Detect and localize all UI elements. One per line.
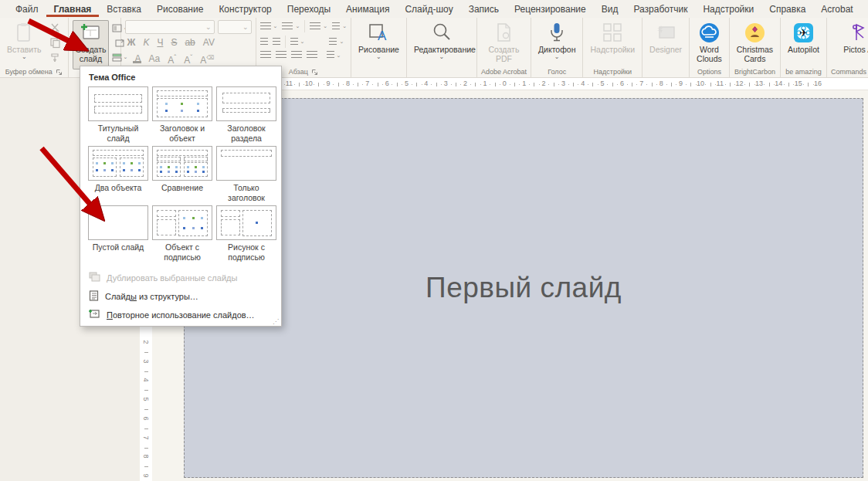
- ruler-tick: [475, 83, 476, 86]
- paragraph-group-label: Абзац: [289, 68, 308, 76]
- outline-slides-icon: [89, 290, 99, 303]
- paste-button[interactable]: Вставить ⌄: [4, 20, 45, 60]
- autopilot-button[interactable]: ✈Autopilot: [785, 20, 822, 56]
- layout-title-content[interactable]: Заголовок и объект: [151, 86, 213, 143]
- menu-tab-4[interactable]: Конструктор: [211, 1, 279, 17]
- strikethrough-button[interactable]: S: [168, 36, 179, 49]
- layout-title-only[interactable]: Только заголовок: [215, 146, 277, 202]
- justify-icon[interactable]: [307, 51, 317, 59]
- menu-tab-10[interactable]: Вид: [594, 1, 626, 17]
- line-spacing-icon[interactable]: [310, 22, 320, 31]
- layout-title[interactable]: Титульный слайд: [87, 86, 149, 143]
- accelerator: П: [107, 310, 113, 320]
- надстройки-button[interactable]: Надстройки: [587, 20, 638, 56]
- ruler-tick: [514, 83, 515, 86]
- menu-tab-6[interactable]: Анимация: [338, 1, 397, 17]
- increase-font-button[interactable]: А: [165, 51, 178, 66]
- increase-indent-icon[interactable]: [273, 38, 280, 46]
- menu-tab-3[interactable]: Рисование: [149, 1, 211, 17]
- pictos-ai-button[interactable]: Pictos AI: [840, 20, 868, 56]
- ruler-number: 1: [522, 80, 526, 87]
- layout-caption: Два объекта: [95, 183, 141, 193]
- layout-blank[interactable]: Пустой слайд: [87, 205, 149, 262]
- copy-button[interactable]: [47, 36, 64, 49]
- ruler-number: 3: [444, 80, 448, 87]
- clipboard-dialog-launcher-icon[interactable]: [56, 69, 63, 76]
- text-direction-icon[interactable]: [332, 22, 340, 31]
- ruler-dot: [686, 84, 687, 85]
- cut-button[interactable]: [47, 22, 64, 34]
- ruler-number: 14: [775, 80, 782, 87]
- menu-tab-2[interactable]: Вставка: [99, 1, 149, 17]
- menu-tab-5[interactable]: Переходы: [280, 1, 338, 17]
- smartart-convert-icon[interactable]: [327, 51, 334, 59]
- ruler-number: 5: [405, 80, 409, 87]
- font-name-select[interactable]: ⌄: [125, 20, 215, 34]
- align-right-icon[interactable]: [291, 51, 302, 59]
- bold-button[interactable]: Ж: [125, 36, 138, 49]
- ribbon-group-autopilot: ✈Autopilotbe amazing: [781, 18, 827, 77]
- clear-formatting-button[interactable]: A: [198, 52, 216, 66]
- menu-tab-11[interactable]: Разработчик: [626, 1, 695, 17]
- word-clouds-button[interactable]: Word Clouds: [693, 20, 725, 65]
- designer-button[interactable]: Designer: [646, 20, 685, 56]
- italic-button[interactable]: K: [141, 36, 151, 49]
- find-icon: [432, 22, 452, 43]
- font-color-button[interactable]: А: [133, 53, 144, 65]
- layout-caption: Объект с подписью: [151, 242, 213, 262]
- layout-section[interactable]: Заголовок раздела: [215, 86, 277, 143]
- ruler-dot: [578, 84, 578, 85]
- ruler-number: 7: [639, 80, 643, 87]
- menu-tab-7[interactable]: Слайд-шоу: [397, 1, 460, 17]
- bullets-icon[interactable]: [260, 22, 271, 31]
- menu-item-1[interactable]: Слайды из структуры…: [80, 287, 281, 306]
- group-label: Commands Group: [831, 66, 868, 77]
- menu-tab-13[interactable]: Справка: [761, 1, 813, 17]
- slide-canvas[interactable]: Первый слайд: [184, 98, 863, 478]
- dropdown-menu-items: Дублировать выбранные слайдыСлайды из ст…: [80, 269, 281, 324]
- align-center-icon[interactable]: [276, 51, 287, 59]
- resize-grip[interactable]: ⋰: [273, 318, 280, 325]
- ruler-tick: [808, 83, 809, 86]
- ruler-dot: [412, 84, 412, 85]
- character-spacing-button[interactable]: AV: [201, 36, 217, 49]
- underline-button[interactable]: Ч: [154, 36, 165, 49]
- decrease-font-button[interactable]: А: [181, 51, 195, 66]
- font-size-select[interactable]: ⌄: [218, 20, 252, 34]
- layout-picture-caption[interactable]: Рисунок с подписью: [215, 205, 277, 262]
- menu-tab-8[interactable]: Запись: [461, 1, 507, 17]
- numbering-icon[interactable]: [282, 22, 293, 31]
- menu-tab-0[interactable]: Файл: [8, 1, 46, 17]
- menu-tab-9[interactable]: Рецензирование: [507, 1, 594, 17]
- menu-item-2[interactable]: Повторное использование слайдов…: [80, 306, 281, 324]
- menu-tab-1[interactable]: Главная: [46, 1, 100, 17]
- layout-content-caption[interactable]: Объект с подписью: [151, 205, 213, 262]
- ruler-number: 7: [142, 432, 150, 444]
- chevron-down-icon: ⌄: [376, 55, 381, 59]
- layout-two-content[interactable]: Два объекта: [87, 146, 149, 202]
- редактирование-button[interactable]: Редактирование⌄: [411, 20, 473, 60]
- ruler-number: 12: [736, 80, 744, 87]
- ruler-tick: [632, 83, 632, 86]
- layout-comparison[interactable]: Сравнение: [151, 146, 213, 202]
- paragraph-dialog-launcher-icon[interactable]: [311, 69, 318, 76]
- columns-icon[interactable]: [290, 38, 298, 46]
- new-slide-icon: [80, 22, 100, 43]
- align-left-icon[interactable]: [260, 51, 271, 59]
- menu-tab-12[interactable]: Надстройки: [695, 1, 761, 17]
- рисование-button[interactable]: AРисование⌄: [355, 20, 402, 60]
- создать-pdf-button[interactable]: Создать PDF: [481, 20, 527, 65]
- ruler-number: 6: [385, 80, 389, 87]
- change-case-button[interactable]: Aa: [147, 53, 163, 65]
- christmas-cards-button[interactable]: Christmas Cards: [734, 20, 776, 65]
- double-strike-button[interactable]: ab: [182, 36, 197, 49]
- decrease-indent-icon[interactable]: [260, 38, 268, 46]
- диктофон-button[interactable]: Диктофон⌄: [535, 20, 579, 60]
- menu-tab-15[interactable]: Foxit Reader PDF: [861, 1, 868, 17]
- menu-tabs: ФайлГлавнаяВставкаРисованиеКонструкторПе…: [8, 0, 868, 18]
- format-painter-button[interactable]: [47, 51, 64, 63]
- menu-item-label: Дублировать выбранные слайды: [107, 273, 237, 283]
- align-text-icon[interactable]: [329, 38, 337, 46]
- menu-tab-14[interactable]: Acrobat: [813, 1, 860, 17]
- new-slide-button[interactable]: Создать слайд ⌄: [73, 20, 110, 69]
